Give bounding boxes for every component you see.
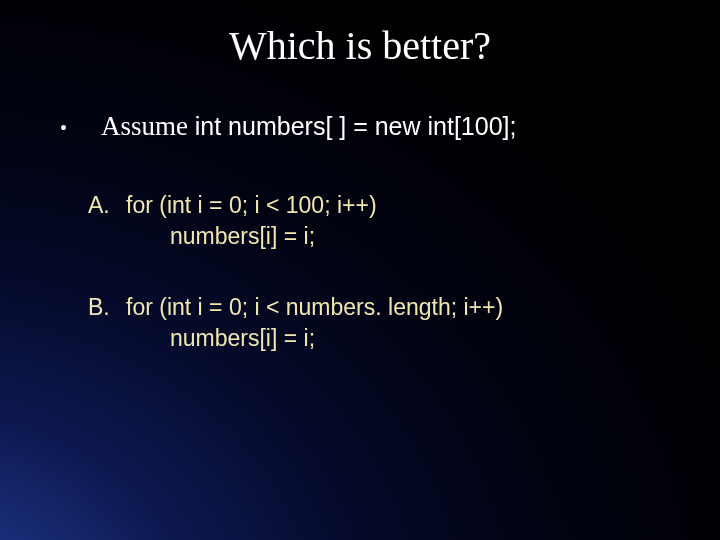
option-b-line2: numbers[i] = i; [126, 323, 503, 354]
option-b-code: for (int i = 0; i < numbers. length; i++… [126, 292, 503, 354]
option-b-label: B. [88, 292, 126, 323]
assume-line: Assume int numbers[ ] = new int[100]; [101, 111, 516, 142]
option-b: B. for (int i = 0; i < numbers. length; … [88, 292, 670, 354]
assume-code: int numbers[ ] = new int[100]; [195, 112, 517, 140]
assume-row: • Assume int numbers[ ] = new int[100]; [60, 111, 670, 142]
option-b-line1: for (int i = 0; i < numbers. length; i++… [126, 292, 503, 323]
bullet-icon: • [60, 118, 67, 138]
option-a-code: for (int i = 0; i < 100; i++) numbers[i]… [126, 190, 377, 252]
assume-prefix: Assume [101, 111, 195, 141]
option-a-line1: for (int i = 0; i < 100; i++) [126, 190, 377, 221]
option-a-label: A. [88, 190, 126, 221]
option-a-line2: numbers[i] = i; [126, 221, 377, 252]
slide: Which is better? • Assume int numbers[ ]… [0, 0, 720, 540]
slide-title: Which is better? [50, 22, 670, 69]
option-a: A. for (int i = 0; i < 100; i++) numbers… [88, 190, 670, 252]
